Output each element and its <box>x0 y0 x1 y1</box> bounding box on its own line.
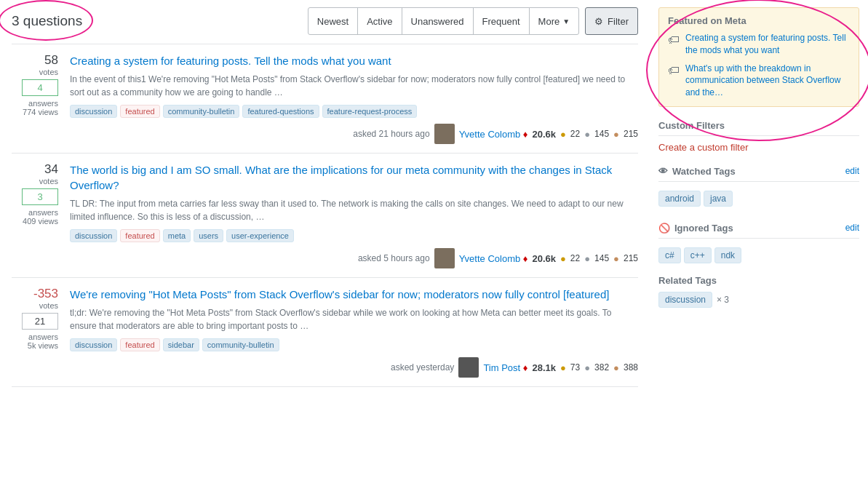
tag-meta[interactable]: meta <box>163 229 191 242</box>
sidebar: Featured on Meta 🏷 Creating a system for… <box>650 0 868 486</box>
tag-user-experience[interactable]: user-experience <box>226 229 294 242</box>
question-excerpt: tl;dr: We're removing the "Hot Meta Post… <box>70 306 638 332</box>
watched-tags-title: 👁 Watched Tags <box>658 166 736 177</box>
featured-box-title: Featured on Meta <box>668 15 850 26</box>
votes-label: votes <box>12 177 58 186</box>
list-item: discussion × 3 <box>658 292 859 308</box>
ignored-tag-cpp[interactable]: c++ <box>684 247 712 263</box>
tag-featured-questions[interactable]: featured-questions <box>242 105 319 118</box>
vote-count: 58 <box>12 53 58 68</box>
silver-badge: ● <box>584 362 590 373</box>
frequent-button[interactable]: Frequent <box>473 7 530 35</box>
related-tag-discussion[interactable]: discussion <box>658 292 712 308</box>
avatar <box>458 357 479 378</box>
tag-list: discussion featured meta users user-expe… <box>70 229 638 242</box>
watched-tags-section: 👁 Watched Tags edit android java <box>658 162 859 210</box>
answer-count-box: 4 <box>22 79 58 96</box>
list-item: 🏷 What's up with the breakdown in commun… <box>668 63 850 99</box>
related-tag-count: × 3 <box>717 295 729 305</box>
asked-time: asked 5 hours ago <box>358 253 430 263</box>
questions-list: 58 votes 4 answers 774 views Creating a … <box>12 44 638 387</box>
ban-icon: 🚫 <box>658 223 670 234</box>
chevron-down-icon: ▼ <box>562 17 570 25</box>
view-count: 409 views <box>12 217 58 226</box>
asked-time: asked 21 hours ago <box>353 129 429 139</box>
question-stats: 58 votes 4 answers 774 views <box>12 53 70 144</box>
eye-icon: 👁 <box>658 166 668 177</box>
watched-tag-java[interactable]: java <box>704 191 733 207</box>
tag-featured[interactable]: featured <box>120 105 159 118</box>
vote-count: -353 <box>12 287 58 301</box>
answer-count: 3 <box>27 191 53 202</box>
custom-filters-header: Custom Filters <box>658 116 859 136</box>
answer-count: 21 <box>27 316 53 327</box>
avatar <box>434 248 455 268</box>
more-button[interactable]: More ▼ <box>529 7 580 35</box>
asked-time: asked yesterday <box>391 362 454 373</box>
tag-sidebar[interactable]: sidebar <box>163 338 199 351</box>
tag-discussion[interactable]: discussion <box>70 105 117 118</box>
table-row: -353 votes 21 answers 5k views We're rem… <box>12 277 638 387</box>
tag-community-bulletin[interactable]: community-bulletin <box>163 105 240 118</box>
tag-discussion[interactable]: discussion <box>70 229 117 242</box>
tag-discussion[interactable]: discussion <box>70 338 117 351</box>
tag-featured[interactable]: featured <box>120 229 159 242</box>
table-row: 58 votes 4 answers 774 views Creating a … <box>12 44 638 153</box>
user-link[interactable]: Yvette Colomb ♦ <box>459 129 528 140</box>
user-link[interactable]: Tim Post ♦ <box>483 362 527 373</box>
tag-users[interactable]: users <box>194 229 223 242</box>
newest-button[interactable]: Newest <box>308 7 358 35</box>
star-icon: 🏷 <box>668 33 680 47</box>
watched-tags-edit-link[interactable]: edit <box>845 166 859 176</box>
answers-label: answers <box>12 208 58 217</box>
watched-tags-header: 👁 Watched Tags edit <box>658 162 859 182</box>
question-meta: asked 5 hours ago Yvette Colomb ♦ 20.6k … <box>70 248 638 268</box>
ignored-tags-header: 🚫 Ignored Tags edit <box>658 218 859 239</box>
votes-label: votes <box>12 301 58 310</box>
ignored-tags-title: 🚫 Ignored Tags <box>658 223 733 234</box>
bronze-badge: ● <box>613 253 619 264</box>
watched-tag-android[interactable]: android <box>658 191 701 207</box>
vote-count: 34 <box>12 162 58 177</box>
ignored-tags-section: 🚫 Ignored Tags edit c# c++ ndk <box>658 218 859 266</box>
related-tags-title: Related Tags <box>658 275 859 286</box>
ignored-tag-csharp[interactable]: c# <box>658 247 681 263</box>
tag-list: discussion featured community-bulletin f… <box>70 105 638 118</box>
ignored-tag-ndk[interactable]: ndk <box>714 247 741 263</box>
question-stats: 34 votes 3 answers 409 views <box>12 162 70 268</box>
question-excerpt: TL DR: The input from meta carries far l… <box>70 197 638 223</box>
answers-label: answers <box>12 99 58 108</box>
featured-link-2[interactable]: What's up with the breakdown in communic… <box>685 63 850 99</box>
create-filter-link[interactable]: Create a custom filter <box>658 142 749 153</box>
user-rep: 20.6k <box>532 253 556 264</box>
tag-community-bulletin[interactable]: community-bulletin <box>202 338 279 351</box>
question-title[interactable]: The world is big and I am SO small. What… <box>70 162 638 193</box>
filter-main-button[interactable]: ⚙ Filter <box>585 7 638 35</box>
question-body: We're removing "Hot Meta Posts" from Sta… <box>70 287 638 378</box>
featured-link-1[interactable]: Creating a system for featuring posts. T… <box>685 32 850 57</box>
active-button[interactable]: Active <box>357 7 402 35</box>
user-link[interactable]: Yvette Colomb ♦ <box>459 253 528 264</box>
unanswered-button[interactable]: Unanswered <box>402 7 474 35</box>
related-tags-section: Related Tags discussion × 3 <box>658 275 859 308</box>
ignored-tags-edit-link[interactable]: edit <box>845 223 859 233</box>
user-rep: 20.6k <box>532 129 556 140</box>
featured-on-meta-box: Featured on Meta 🏷 Creating a system for… <box>658 7 859 107</box>
answer-count-box: 21 <box>22 313 58 330</box>
tag-feature-request-process[interactable]: feature-request-process <box>322 105 418 118</box>
view-count: 5k views <box>12 341 58 350</box>
question-meta: asked yesterday Tim Post ♦ 28.1k ● 73 ● … <box>70 357 638 378</box>
user-rep: 28.1k <box>532 362 556 373</box>
avatar <box>434 124 455 144</box>
votes-label: votes <box>12 68 58 76</box>
view-count: 774 views <box>12 108 58 116</box>
question-meta: asked 21 hours ago Yvette Colomb ♦ 20.6k… <box>70 124 638 144</box>
answers-label: answers <box>12 332 58 341</box>
table-row: 34 votes 3 answers 409 views The world i… <box>12 153 638 277</box>
tag-featured[interactable]: featured <box>120 338 159 351</box>
question-title[interactable]: We're removing "Hot Meta Posts" from Sta… <box>70 287 638 302</box>
silver-badge: ● <box>584 253 590 264</box>
filter-bar: Newest Active Unanswered Frequent More ▼… <box>308 7 638 35</box>
question-body: The world is big and I am SO small. What… <box>70 162 638 268</box>
question-title[interactable]: Creating a system for featuring posts. T… <box>70 53 638 68</box>
